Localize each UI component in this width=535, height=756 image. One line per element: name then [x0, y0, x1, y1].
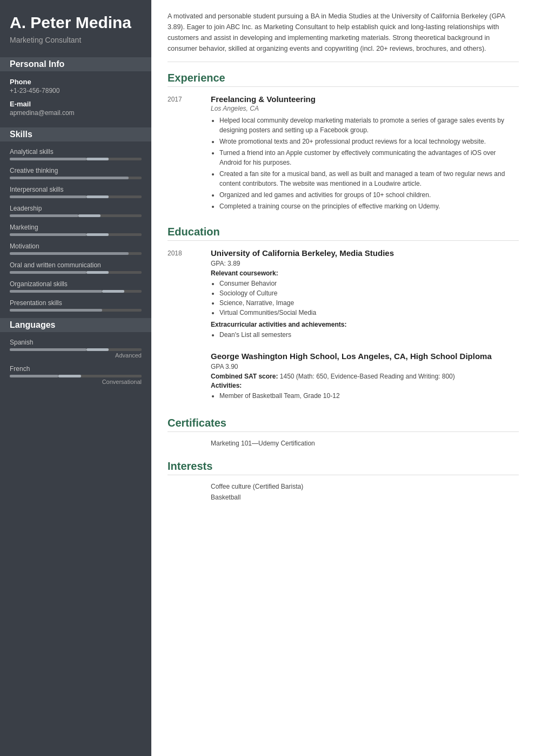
experience-content: Freelancing & Volunteering Los Angeles, …: [211, 94, 519, 213]
skill-item: Creative thinking: [10, 167, 142, 179]
language-bar: [10, 375, 142, 377]
skill-item: Analytical skills: [10, 148, 142, 160]
experience-bullet: Turned a friend into an Apple customer b…: [219, 148, 519, 167]
skill-bar-fill: [10, 252, 129, 255]
language-bar-fill: [10, 348, 86, 351]
skill-bar: [10, 290, 142, 293]
skill-bar: [10, 177, 142, 179]
education-content: George Washington High School, Los Angel…: [211, 352, 519, 404]
skills-section: Skills Analytical skills Creative thinki…: [10, 127, 142, 312]
sidebar: A. Peter Medina Marketing Consultant Per…: [0, 0, 151, 756]
experience-bullet: Wrote promotional texts and 20+ professi…: [219, 137, 519, 146]
phone-value: +1-23-456-78900: [10, 87, 142, 94]
extracurricular-item: Dean's List all semesters: [219, 330, 519, 340]
skill-bar: [10, 158, 142, 160]
experience-bullet: Helped local community develop marketing…: [219, 116, 519, 135]
skills-heading: Skills: [0, 127, 151, 141]
language-bar-accent: [86, 348, 109, 351]
skill-item: Organizational skills: [10, 280, 142, 293]
skill-item: Oral and written communication: [10, 261, 142, 274]
activity-item: Member of Basketball Team, Grade 10-12: [219, 391, 519, 401]
language-item: Spanish Advanced: [10, 339, 142, 359]
skill-item: Marketing: [10, 224, 142, 236]
skill-bar: [10, 252, 142, 255]
experience-bullet: Created a fan site for a musical band, a…: [219, 169, 519, 188]
education-list: 2018 University of California Berkeley, …: [168, 248, 519, 404]
coursework-item: Science, Narrative, Image: [219, 298, 519, 308]
skill-name: Oral and written communication: [10, 261, 142, 269]
language-bar-fill: [10, 375, 58, 377]
education-year: [168, 352, 200, 404]
education-gpa: GPA: 3.89: [211, 260, 519, 267]
skill-bar-fill: [10, 290, 102, 293]
certificate-item: Marketing 101—Udemy Certification: [168, 440, 519, 447]
language-item: French Conversational: [10, 365, 142, 385]
coursework-item: Sociology of Culture: [219, 288, 519, 298]
education-title: University of California Berkeley, Media…: [211, 248, 519, 258]
skill-name: Presentation skills: [10, 299, 142, 307]
languages-heading: Languages: [0, 318, 151, 332]
experience-heading: Experience: [168, 72, 519, 87]
experience-list: 2017 Freelancing & Volunteering Los Ange…: [168, 94, 519, 213]
activities-label: Activities:: [211, 382, 519, 389]
experience-year: 2017: [168, 94, 200, 213]
email-value: apmedina@email.com: [10, 109, 142, 117]
education-heading: Education: [168, 226, 519, 241]
education-section: Education 2018 University of California …: [168, 226, 519, 404]
skill-name: Leadership: [10, 205, 142, 212]
skill-bar-fill: [10, 271, 86, 274]
skills-list: Analytical skills Creative thinking Inte…: [10, 148, 142, 312]
skill-bar-accent: [86, 195, 109, 198]
email-label: E-mail: [10, 100, 142, 108]
skill-name: Creative thinking: [10, 167, 142, 174]
skill-bar-accent: [86, 158, 109, 160]
interests-section: Interests Coffee culture (Certified Bari…: [168, 460, 519, 501]
skill-item: Motivation: [10, 242, 142, 255]
interest-item: Coffee culture (Certified Barista): [168, 483, 519, 490]
education-content: University of California Berkeley, Media…: [211, 248, 519, 343]
certificates-heading: Certificates: [168, 417, 519, 432]
skill-bar-fill: [10, 158, 86, 160]
skill-bar-fill: [10, 233, 86, 236]
experience-title: Freelancing & Volunteering: [211, 94, 519, 104]
language-name: French: [10, 365, 142, 373]
languages-list: Spanish Advanced French Conversational: [10, 339, 142, 385]
skill-item: Presentation skills: [10, 299, 142, 312]
interest-item: Basketball: [168, 494, 519, 501]
skill-bar-fill: [10, 309, 102, 312]
education-title: George Washington High School, Los Angel…: [211, 352, 519, 361]
language-bar: [10, 348, 142, 351]
personal-info-heading: Personal Info: [0, 57, 151, 71]
education-item: 2018 University of California Berkeley, …: [168, 248, 519, 343]
experience-subtitle: Los Angeles, CA: [211, 105, 519, 112]
language-name: Spanish: [10, 339, 142, 346]
coursework-item: Consumer Behavior: [219, 279, 519, 288]
skill-bar: [10, 309, 142, 312]
phone-label: Phone: [10, 78, 142, 86]
skill-name: Analytical skills: [10, 148, 142, 156]
experience-bullet: Completed a training course on the princ…: [219, 201, 519, 211]
skill-name: Interpersonal skills: [10, 186, 142, 193]
language-bar-accent: [58, 375, 81, 377]
experience-bullets: Helped local community develop marketing…: [211, 116, 519, 211]
coursework-list: Consumer BehaviorSociology of CultureSci…: [211, 279, 519, 318]
coursework-label: Relevant coursework:: [211, 269, 519, 277]
activities-list: Member of Basketball Team, Grade 10-12: [211, 391, 519, 401]
language-level: Conversational: [10, 379, 142, 385]
summary-text: A motivated and personable student pursu…: [168, 11, 519, 62]
sat-value: 1450 (Math: 650, Evidence-Based Reading …: [280, 373, 455, 380]
certificates-section: Certificates Marketing 101—Udemy Certifi…: [168, 417, 519, 447]
skill-bar: [10, 271, 142, 274]
experience-item: 2017 Freelancing & Volunteering Los Ange…: [168, 94, 519, 213]
experience-bullet: Organized and led games and activities f…: [219, 190, 519, 200]
education-gpa: GPA 3.90: [211, 363, 519, 370]
personal-info-section: Personal Info Phone +1-23-456-78900 E-ma…: [10, 57, 142, 117]
skill-bar-fill: [10, 214, 78, 217]
extracurricular-list: Dean's List all semesters: [211, 330, 519, 340]
interests-heading: Interests: [168, 460, 519, 475]
education-item: George Washington High School, Los Angel…: [168, 352, 519, 404]
experience-section: Experience 2017 Freelancing & Volunteeri…: [168, 72, 519, 213]
candidate-title: Marketing Consultant: [10, 36, 142, 44]
coursework-item: Virtual Communities/Social Media: [219, 308, 519, 318]
skill-bar-accent: [78, 214, 101, 217]
